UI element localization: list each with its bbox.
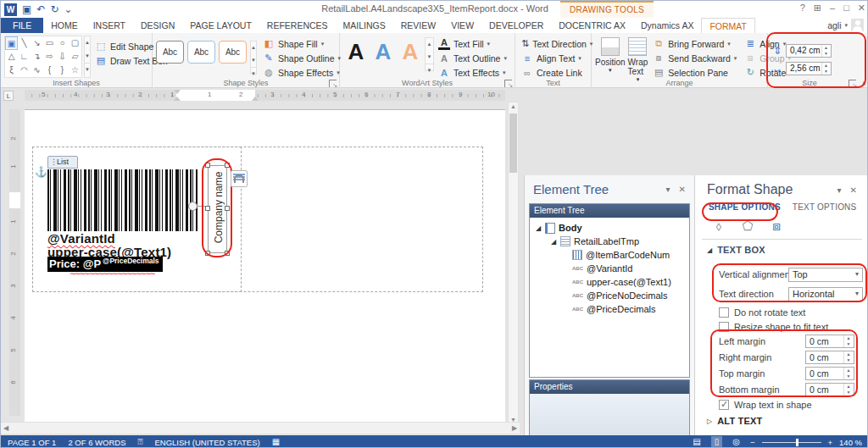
tree-node-pricenodecimals[interactable]: ABC @PriceNoDecimals: [531, 289, 687, 302]
shape-gallery-scrollbar[interactable]: ▲▼▼: [84, 36, 91, 78]
tab-shape-options[interactable]: SHAPE OPTIONS: [709, 202, 781, 212]
save-icon[interactable]: ▣: [22, 3, 31, 15]
page-indicator[interactable]: PAGE 1 OF 1: [8, 438, 56, 447]
elbow-arrow-shape-icon[interactable]: ↴: [31, 50, 43, 64]
scribble-shape-icon[interactable]: ξ: [5, 64, 18, 77]
wrap-text-button[interactable]: Wrap Text▾: [628, 36, 648, 83]
expand-icon[interactable]: ◢: [535, 224, 542, 232]
tab-text-options[interactable]: TEXT OPTIONS: [793, 202, 857, 212]
scroll-right-icon[interactable]: ▶: [509, 423, 520, 434]
text-direction-dropdown[interactable]: Horizontal: [788, 287, 863, 301]
resize-handle-nw[interactable]: [205, 163, 210, 168]
elbow-shape-icon[interactable]: ∟: [18, 50, 31, 64]
print-layout-icon[interactable]: ▯: [711, 436, 723, 448]
expand-icon[interactable]: ◢: [550, 238, 557, 246]
tab-insert[interactable]: INSERT: [86, 18, 133, 33]
left-margin-input[interactable]: 0 cm ▲▼: [805, 335, 854, 348]
wordart-preview-2[interactable]: A: [370, 37, 396, 66]
textbox-section-header[interactable]: TEXT BOX: [717, 245, 765, 255]
avatar[interactable]: [851, 19, 864, 31]
maximize-icon[interactable]: □: [843, 3, 849, 14]
price-decimals-placeholder[interactable]: @PriceDecimals: [103, 257, 159, 266]
tab-home[interactable]: HOME: [43, 18, 86, 33]
tab-format-active[interactable]: FORMAT: [701, 18, 755, 33]
shape-gallery[interactable]: ▣ ╲ ↘ ▭ ○ ▢ △ ∟ ↴ ⇨ ⇩ ▱ ξ ◠ ∿ { } ☆: [4, 36, 82, 78]
tab-view[interactable]: VIEW: [443, 18, 481, 33]
collapse-ribbon-icon[interactable]: ∧: [861, 80, 866, 87]
shape-height-input[interactable]: 0,42 cm ▲▼: [786, 44, 832, 58]
scroll-up-icon[interactable]: ▲: [509, 103, 518, 109]
width-spinner[interactable]: ▲▼: [821, 63, 830, 75]
resize-handle-w[interactable]: [205, 206, 210, 211]
vertical-ruler[interactable]: 21123456: [9, 109, 20, 416]
wrap-text-checkbox-row[interactable]: Wrap text in shape: [719, 399, 812, 411]
alt-text-section-header[interactable]: ALT TEXT: [717, 416, 762, 426]
text-outline-button[interactable]: A Text Outline▾: [436, 51, 509, 65]
spinner[interactable]: ▲▼: [843, 384, 853, 395]
tree-node-itembarcodenum[interactable]: @ItemBarCodeNum: [531, 248, 687, 262]
rounded-rect-shape-icon[interactable]: ▢: [69, 36, 81, 50]
resize-handle-e[interactable]: [225, 206, 230, 211]
shape-outline-button[interactable]: ✎ Shape Outline▾: [260, 51, 343, 65]
zoom-out-icon[interactable]: −: [750, 438, 755, 447]
zoom-in-icon[interactable]: +: [828, 438, 833, 447]
pane-menu-icon[interactable]: ▾: [666, 185, 670, 194]
spinner[interactable]: ▲▼: [843, 351, 853, 363]
text-direction-button[interactable]: ⇅ Text Direction▾: [519, 36, 587, 51]
tab-review[interactable]: REVIEW: [393, 18, 443, 33]
arrow-shape-icon[interactable]: ↘: [31, 36, 43, 50]
horizontal-scrollbar[interactable]: ◀ ▶: [1, 422, 520, 434]
rotate-handle[interactable]: [188, 202, 198, 211]
vertical-scrollbar[interactable]: ▲ ▼: [508, 102, 519, 424]
rectangle-shape-icon[interactable]: ▭: [43, 36, 56, 50]
resize-to-fit-checkbox-row[interactable]: Resize shape to fit text: [719, 321, 828, 333]
undo-icon[interactable]: ↶: [36, 3, 45, 15]
scrollbar-thumb[interactable]: [509, 113, 517, 173]
textbox-shape-icon[interactable]: ▣: [5, 36, 18, 50]
left-brace-shape-icon[interactable]: {: [43, 64, 56, 77]
tab-docentric-ax[interactable]: DOCENTRIC AX: [551, 18, 633, 33]
send-backward-button[interactable]: ⧇ Send Backward▾: [650, 51, 739, 65]
layout-options-button[interactable]: [231, 170, 248, 187]
indent-marker[interactable]: [174, 90, 181, 101]
tab-dynamics-ax[interactable]: Dynamics AX: [633, 18, 701, 33]
resize-handle-se[interactable]: [225, 251, 230, 256]
pane-close-icon[interactable]: ✕: [850, 185, 857, 195]
align-text-button[interactable]: ≡ Align Text▾: [519, 51, 587, 65]
tree-node-uppercase-text1[interactable]: ABC upper-case(@Text1): [531, 275, 687, 289]
spinner[interactable]: ▲▼: [843, 368, 853, 379]
text-fill-button[interactable]: A Text Fill▾: [436, 36, 509, 51]
create-link-button[interactable]: ∞ Create Link: [519, 65, 587, 80]
signed-in-user[interactable]: agli: [827, 20, 841, 30]
word-count[interactable]: 2 OF 6 WORDS: [68, 438, 125, 447]
wordart-scrollbar[interactable]: ▲▼▼: [425, 37, 434, 71]
pane-close-icon[interactable]: ✕: [679, 185, 686, 194]
star-shape-icon[interactable]: ☆: [69, 64, 81, 77]
bring-forward-button[interactable]: ⧉ Bring Forward▾: [650, 36, 739, 51]
zoom-slider[interactable]: [762, 442, 821, 443]
zoom-level[interactable]: 140 %: [839, 438, 862, 447]
document-page[interactable]: ⚓ List @VariantId upper-case(@Text1) Pri…: [25, 109, 505, 424]
tab-design[interactable]: DESIGN: [133, 18, 182, 33]
pane-menu-icon[interactable]: ▾: [837, 185, 842, 195]
curve-shape-icon[interactable]: ∿: [31, 64, 43, 77]
block-arrow-right-icon[interactable]: ⇨: [43, 50, 56, 64]
fill-line-icon[interactable]: ⬨: [709, 217, 729, 235]
macro-icon[interactable]: ▦: [272, 436, 280, 448]
spinner[interactable]: ▲▼: [843, 335, 853, 347]
do-not-rotate-checkbox-row[interactable]: Do not rotate text: [719, 307, 805, 318]
user-menu-caret-icon[interactable]: ▾: [844, 22, 848, 29]
resize-handle-sw[interactable]: [205, 251, 210, 256]
layout-properties-icon[interactable]: ⧈: [766, 217, 787, 235]
help-icon[interactable]: ?: [800, 3, 805, 14]
corner-shape-icon[interactable]: ▱: [69, 50, 81, 64]
zoom-slider-thumb[interactable]: [796, 439, 798, 446]
right-indent-marker[interactable]: [252, 97, 259, 101]
collapse-section-icon[interactable]: ◢: [707, 246, 712, 254]
barcode-image[interactable]: [47, 169, 198, 231]
effects-icon[interactable]: ⬠: [737, 217, 758, 235]
tree-node-pricedecimals[interactable]: ABC @PriceDecimals: [531, 302, 687, 316]
tree-node-body[interactable]: ◢ Body: [531, 221, 687, 235]
resize-handle-ne[interactable]: [225, 163, 230, 168]
shape-style-preview-1[interactable]: Abc: [156, 41, 184, 64]
